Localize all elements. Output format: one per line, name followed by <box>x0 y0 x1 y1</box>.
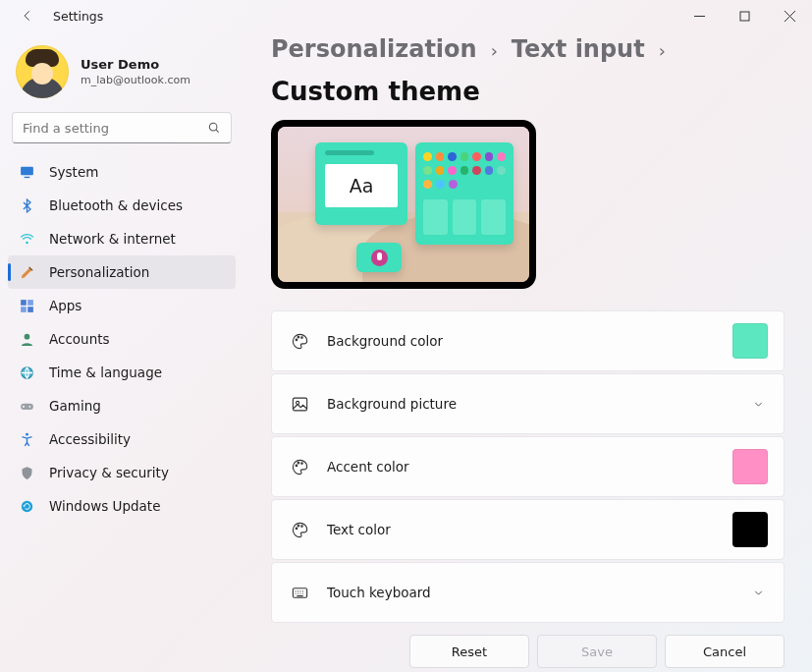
svg-rect-10 <box>27 300 33 306</box>
chevron-right-icon: › <box>659 40 666 61</box>
svg-point-17 <box>26 432 28 435</box>
theme-preview: Aa <box>271 120 536 289</box>
svg-point-29 <box>300 525 302 527</box>
setting-label: Background color <box>327 333 715 349</box>
svg-point-19 <box>296 339 298 341</box>
search-box[interactable] <box>12 112 232 143</box>
setting-touch_kbd[interactable]: Touch keyboard <box>271 562 785 623</box>
breadcrumb-personalization[interactable]: Personalization <box>271 35 477 63</box>
sidebar-item-network[interactable]: Network & internet <box>8 222 236 255</box>
svg-point-16 <box>28 405 30 407</box>
sidebar-item-label: Gaming <box>49 398 101 414</box>
sidebar-item-personalization[interactable]: Personalization <box>8 255 236 289</box>
sidebar-item-label: Personalization <box>49 264 149 280</box>
update-icon <box>18 497 35 515</box>
svg-rect-7 <box>24 176 29 177</box>
palette-icon <box>290 331 309 351</box>
grid-icon <box>18 297 35 314</box>
setting-bg_picture[interactable]: Background picture <box>271 373 785 434</box>
sidebar-item-privacy[interactable]: Privacy & security <box>8 456 236 489</box>
sidebar-item-update[interactable]: Windows Update <box>8 489 236 523</box>
cancel-button[interactable]: Cancel <box>665 635 785 668</box>
minimize-button[interactable] <box>677 0 722 31</box>
sidebar-item-bluetooth[interactable]: Bluetooth & devices <box>8 189 236 222</box>
back-button[interactable] <box>16 4 39 28</box>
svg-point-28 <box>298 525 299 527</box>
sidebar-item-label: Windows Update <box>49 498 160 514</box>
chevron-down-icon <box>752 587 768 599</box>
button-bar: Reset Save Cancel <box>271 635 785 668</box>
save-button[interactable]: Save <box>537 635 657 668</box>
shield-icon <box>18 464 35 481</box>
sidebar-item-label: Apps <box>49 298 81 313</box>
sidebar-item-label: Privacy & security <box>49 465 169 480</box>
svg-point-13 <box>24 333 29 339</box>
preview-text: Aa <box>325 164 398 207</box>
brush-icon <box>18 263 35 281</box>
setting-label: Text color <box>327 522 715 537</box>
svg-point-25 <box>298 462 299 464</box>
search-icon <box>207 121 221 135</box>
svg-rect-1 <box>740 12 749 21</box>
color-swatch[interactable] <box>732 512 768 547</box>
color-swatch[interactable] <box>732 323 768 359</box>
sidebar-item-label: Time & language <box>49 364 162 380</box>
setting-text_color[interactable]: Text color <box>271 499 785 560</box>
monitor-icon <box>18 163 35 181</box>
svg-rect-6 <box>21 166 33 175</box>
sidebar-item-label: System <box>49 164 98 180</box>
setting-label: Accent color <box>327 459 715 475</box>
user-email: m_lab@outlook.com <box>81 74 190 86</box>
sidebar-item-accounts[interactable]: Accounts <box>8 322 236 356</box>
user-name: User Demo <box>81 57 190 72</box>
svg-rect-12 <box>27 307 33 312</box>
search-input[interactable] <box>23 121 207 136</box>
maximize-button[interactable] <box>722 0 767 31</box>
svg-point-26 <box>300 462 302 464</box>
chevron-down-icon <box>752 398 768 411</box>
picture-icon <box>290 394 309 414</box>
svg-rect-9 <box>21 300 27 306</box>
keyboard-icon <box>290 583 309 602</box>
gamepad-icon <box>18 397 35 415</box>
setting-label: Touch keyboard <box>327 585 734 600</box>
palette-icon <box>290 520 309 539</box>
svg-point-21 <box>300 336 302 338</box>
sidebar-item-accessibility[interactable]: Accessibility <box>8 422 236 456</box>
globe-icon <box>18 364 35 381</box>
svg-rect-11 <box>21 307 27 312</box>
sidebar-item-label: Accessibility <box>49 431 131 447</box>
svg-point-20 <box>298 336 299 338</box>
svg-point-4 <box>209 123 217 131</box>
setting-bg_color[interactable]: Background color <box>271 310 785 371</box>
sidebar-item-gaming[interactable]: Gaming <box>8 389 236 422</box>
reset-button[interactable]: Reset <box>409 635 529 668</box>
close-button[interactable] <box>767 0 812 31</box>
setting-accent[interactable]: Accent color <box>271 436 785 497</box>
chevron-right-icon: › <box>491 40 498 61</box>
sidebar-item-label: Bluetooth & devices <box>49 197 183 213</box>
accessibility-icon <box>18 430 35 448</box>
page-title: Custom theme <box>271 77 480 106</box>
svg-point-8 <box>26 241 28 244</box>
color-swatch[interactable] <box>732 449 768 484</box>
svg-point-24 <box>296 465 298 467</box>
palette-icon <box>290 457 309 476</box>
sidebar-nav: System Bluetooth & devices Network & int… <box>8 155 236 523</box>
bluetooth-icon <box>18 196 35 214</box>
breadcrumb-text-input[interactable]: Text input <box>512 35 645 63</box>
sidebar-item-apps[interactable]: Apps <box>8 289 236 322</box>
window-title: Settings <box>53 9 103 24</box>
sidebar-item-label: Network & internet <box>49 231 176 247</box>
svg-rect-22 <box>293 398 306 411</box>
user-block[interactable]: User Demo m_lab@outlook.com <box>8 39 236 112</box>
sidebar-item-system[interactable]: System <box>8 155 236 189</box>
breadcrumb: Personalization › Text input › Custom th… <box>271 35 785 120</box>
sidebar-item-label: Accounts <box>49 331 110 347</box>
svg-point-27 <box>296 528 298 530</box>
setting-label: Background picture <box>327 396 734 412</box>
person-icon <box>18 330 35 348</box>
sidebar-item-time[interactable]: Time & language <box>8 356 236 389</box>
avatar <box>16 45 69 98</box>
svg-point-18 <box>21 500 31 511</box>
